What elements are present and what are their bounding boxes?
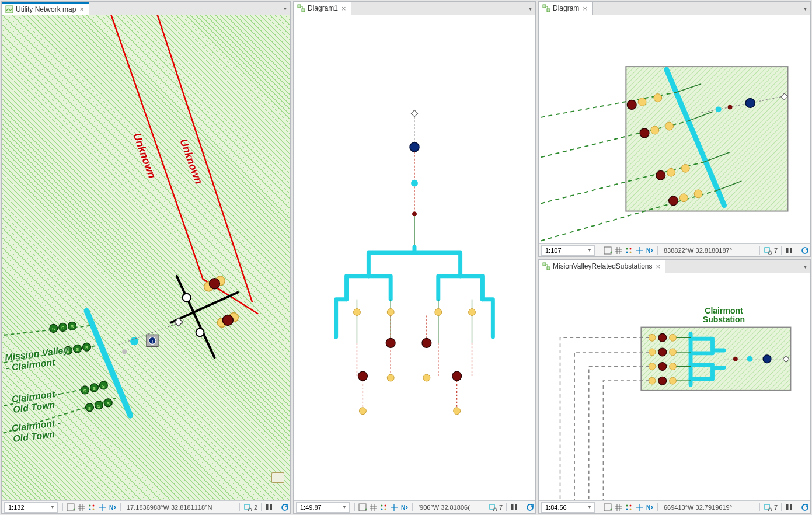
scale-input[interactable]: ▼ <box>4 502 58 513</box>
constraints-icon[interactable] <box>623 245 634 256</box>
svg-text:S: S <box>107 401 110 406</box>
tab-diagram1[interactable]: Diagram1 × <box>294 2 351 15</box>
svg-rect-137 <box>543 263 546 266</box>
grid-icon[interactable] <box>368 502 378 513</box>
statusbar-diagram1: ▼ + N '906°W 32.81806( 7 <box>294 500 535 513</box>
svg-point-17 <box>122 349 127 354</box>
svg-text:+: + <box>610 250 612 255</box>
scale-field[interactable] <box>299 503 334 511</box>
inference-icon[interactable] <box>634 245 644 256</box>
scale-field[interactable] <box>544 246 579 255</box>
corrections-icon[interactable]: N <box>399 502 410 513</box>
tab-overflow-button[interactable]: ▾ <box>800 5 810 12</box>
scale-field[interactable] <box>7 503 42 511</box>
close-icon[interactable]: × <box>655 263 662 270</box>
svg-point-83 <box>423 374 430 381</box>
mision-canvas <box>539 273 810 500</box>
selected-features-icon[interactable] <box>762 245 773 256</box>
svg-point-6 <box>196 328 204 336</box>
svg-point-153 <box>649 363 656 370</box>
svg-point-158 <box>658 377 667 385</box>
svg-point-68 <box>354 309 361 316</box>
snapping-grid-icon[interactable]: + <box>357 502 368 513</box>
svg-point-113 <box>651 126 659 134</box>
inference-icon[interactable] <box>634 502 644 513</box>
svg-rect-98 <box>515 504 518 510</box>
popup-icon[interactable] <box>271 472 284 483</box>
chevron-down-icon[interactable]: ▼ <box>50 504 55 510</box>
statusbar-mision: ▼ + N 669413°W 32.7919619° 7 <box>539 500 810 513</box>
corrections-icon[interactable]: N <box>107 502 118 513</box>
snapping-grid-icon[interactable]: + <box>602 245 613 256</box>
selected-count: 7 <box>773 504 779 511</box>
tab-overflow-button[interactable]: ▾ <box>525 5 535 12</box>
tab-diagram[interactable]: Diagram × <box>539 2 593 15</box>
svg-point-162 <box>733 357 738 361</box>
pause-drawing-icon[interactable] <box>264 502 274 513</box>
selected-count: 7 <box>773 247 779 254</box>
close-icon[interactable]: × <box>340 5 347 12</box>
constraints-icon[interactable] <box>623 502 634 513</box>
svg-point-146 <box>658 333 667 342</box>
inference-icon[interactable] <box>389 502 399 513</box>
svg-point-117 <box>681 164 689 172</box>
svg-rect-99 <box>543 5 546 8</box>
pause-drawing-icon[interactable] <box>784 245 794 256</box>
svg-point-45 <box>89 504 91 506</box>
scale-input[interactable]: ▼ <box>541 245 595 256</box>
refresh-icon[interactable] <box>525 502 535 513</box>
tab-overflow-button[interactable]: ▾ <box>800 263 810 270</box>
svg-point-134 <box>768 251 772 255</box>
svg-point-82 <box>387 374 394 381</box>
mision-view[interactable]: Clairmont Substation <box>539 273 810 500</box>
chevron-down-icon[interactable]: ▼ <box>587 248 592 253</box>
svg-point-60 <box>411 180 418 187</box>
svg-point-129 <box>630 248 632 249</box>
tab-mision-valley[interactable]: MisionValleyRelatedSubstations × <box>539 260 665 273</box>
diagram-icon <box>297 4 305 12</box>
close-icon[interactable]: × <box>78 5 85 13</box>
tab-utility-network-map[interactable]: Utility Network map × <box>2 2 89 15</box>
inference-icon[interactable] <box>97 502 107 513</box>
close-icon[interactable]: × <box>581 5 588 12</box>
refresh-icon[interactable] <box>800 245 810 256</box>
tab-overflow-button[interactable]: ▾ <box>280 5 290 12</box>
svg-point-58 <box>410 142 419 152</box>
selected-features-icon[interactable] <box>242 502 253 513</box>
refresh-icon[interactable] <box>800 502 810 513</box>
selected-count: 7 <box>498 504 504 511</box>
grid-icon[interactable] <box>613 245 623 256</box>
svg-text:+: + <box>365 507 367 511</box>
snapping-grid-icon[interactable]: + <box>65 502 76 513</box>
constraints-icon[interactable] <box>378 502 389 513</box>
diagram-icon <box>542 4 550 12</box>
scale-field[interactable] <box>544 503 579 511</box>
diagram1-view[interactable] <box>294 15 535 500</box>
selected-features-icon[interactable] <box>487 502 498 513</box>
svg-rect-135 <box>786 248 789 253</box>
selected-features-icon[interactable] <box>762 502 773 513</box>
corrections-icon[interactable]: N <box>644 245 655 256</box>
refresh-icon[interactable] <box>280 502 290 513</box>
svg-point-46 <box>93 504 95 506</box>
snapping-grid-icon[interactable]: + <box>602 502 613 513</box>
grid-icon[interactable] <box>76 502 86 513</box>
scale-input[interactable]: ▼ <box>541 502 595 513</box>
svg-text:S: S <box>85 345 88 350</box>
svg-text:S: S <box>71 324 74 329</box>
diagram-view[interactable] <box>539 15 810 243</box>
constraints-icon[interactable] <box>86 502 97 513</box>
grid-icon[interactable] <box>613 502 623 513</box>
map-view[interactable]: T S <box>2 15 290 500</box>
svg-point-154 <box>658 363 667 371</box>
chevron-down-icon[interactable]: ▼ <box>342 504 347 510</box>
svg-point-171 <box>630 508 632 510</box>
svg-point-168 <box>626 504 628 506</box>
svg-rect-103 <box>626 67 787 211</box>
pause-drawing-icon[interactable] <box>784 502 794 513</box>
chevron-down-icon[interactable]: ▼ <box>587 504 592 510</box>
corrections-icon[interactable]: N <box>644 502 655 513</box>
scale-input[interactable]: ▼ <box>296 502 350 513</box>
svg-rect-52 <box>266 504 269 510</box>
pause-drawing-icon[interactable] <box>509 502 520 513</box>
